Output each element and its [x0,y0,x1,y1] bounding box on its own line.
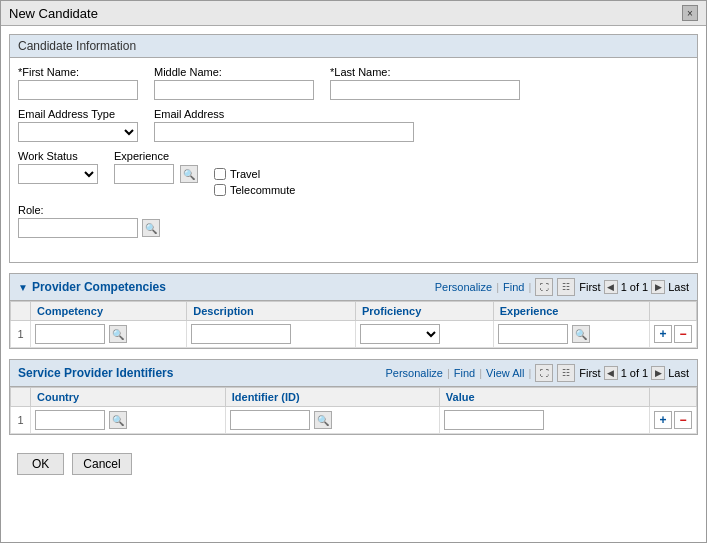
identifiers-first-label: First [579,367,600,379]
name-row: *First Name: Middle Name: *Last Name: [18,66,689,100]
identifier-remove-button[interactable]: − [674,411,692,429]
competency-input[interactable] [35,324,105,344]
proficiency-cell [355,321,493,348]
telecommute-label: Telecommute [230,184,295,196]
value-input[interactable] [444,410,544,430]
competency-cell: 🔍 [31,321,187,348]
competencies-page-num: 1 of 1 [621,281,649,293]
email-address-input[interactable] [154,122,414,142]
role-input[interactable] [18,218,138,238]
competencies-toolbar: Personalize | Find | ⛶ ☷ First ◀ 1 of 1 … [435,278,689,296]
identifiers-viewall-link[interactable]: View All [486,367,524,379]
close-button[interactable]: × [682,5,698,21]
role-search-icon[interactable]: 🔍 [142,219,160,237]
candidate-info-section: Candidate Information *First Name: Middl… [9,34,698,263]
competencies-title-group: ▼ Provider Competencies [18,280,166,294]
proficiency-select[interactable] [360,324,440,344]
col-description: Description [187,302,356,321]
country-search-icon[interactable]: 🔍 [109,411,127,429]
section-header: Candidate Information [10,35,697,58]
dialog-content: Candidate Information *First Name: Middl… [1,26,706,491]
identifiers-last-label: Last [668,367,689,379]
experience-comp-search-icon[interactable]: 🔍 [572,325,590,343]
identifiers-table-header: Country Identifier (ID) Value [11,388,697,407]
cancel-button[interactable]: Cancel [72,453,131,475]
competencies-find-link[interactable]: Find [503,281,524,293]
identifiers-find-link[interactable]: Find [454,367,475,379]
dialog-title: New Candidate [9,6,98,21]
competencies-last-label: Last [668,281,689,293]
competencies-first-label: First [579,281,600,293]
identifiers-prev-page[interactable]: ◀ [604,366,618,380]
email-type-dropdown-wrapper [18,122,138,142]
col-identifier: Identifier (ID) [225,388,439,407]
identifiers-section: Service Provider Identifiers Personalize… [9,359,698,435]
identifiers-title-group: Service Provider Identifiers [18,366,173,380]
description-input[interactable] [191,324,291,344]
last-name-input[interactable] [330,80,520,100]
identifiers-header: Service Provider Identifiers Personalize… [10,360,697,387]
ok-button[interactable]: OK [17,453,64,475]
competencies-row-1: 1 🔍 [11,321,697,348]
identifier-search-icon[interactable]: 🔍 [314,411,332,429]
identifiers-pagination: First ◀ 1 of 1 ▶ Last [579,366,689,380]
middle-name-input[interactable] [154,80,314,100]
competency-add-button[interactable]: + [654,325,672,343]
competencies-table-header: Competency Description Proficiency Exper… [11,302,697,321]
role-field: Role: 🔍 [18,204,689,246]
new-candidate-dialog: New Candidate × Candidate Information *F… [0,0,707,543]
experience-search-icon[interactable]: 🔍 [180,165,198,183]
first-name-input[interactable] [18,80,138,100]
competencies-next-page[interactable]: ▶ [651,280,665,294]
telecommute-checkbox-item: Telecommute [214,184,295,196]
collapse-arrow-icon[interactable]: ▼ [18,282,28,293]
country-input[interactable] [35,410,105,430]
work-status-select[interactable] [18,164,98,184]
competencies-prev-page[interactable]: ◀ [604,280,618,294]
identifiers-next-page[interactable]: ▶ [651,366,665,380]
identifiers-grid-icon[interactable]: ☷ [557,364,575,382]
first-name-label: *First Name: [18,66,138,78]
work-status-row: Work Status Experience 🔍 [18,150,689,196]
identifiers-toolbar: Personalize | Find | View All | ⛶ ☷ Firs… [385,364,689,382]
telecommute-checkbox[interactable] [214,184,226,196]
competencies-table: Competency Description Proficiency Exper… [10,301,697,348]
travel-checkbox[interactable] [214,168,226,180]
col-value: Value [439,388,649,407]
country-cell: 🔍 [31,407,226,434]
id-row-num-1: 1 [11,407,31,434]
dialog-title-bar: New Candidate × [1,1,706,26]
row-num-1: 1 [11,321,31,348]
email-type-label: Email Address Type [18,108,138,120]
competencies-header: ▼ Provider Competencies Personalize | Fi… [10,274,697,301]
experience-input-row: 🔍 [114,164,198,184]
section-body: *First Name: Middle Name: *Last Name: [10,58,697,262]
identifiers-export-icon[interactable]: ⛶ [535,364,553,382]
work-status-label: Work Status [18,150,98,162]
email-type-select[interactable] [18,122,138,142]
competency-remove-button[interactable]: − [674,325,692,343]
identifier-add-button[interactable]: + [654,411,672,429]
role-label: Role: [18,204,689,216]
work-status-field: Work Status [18,150,98,184]
competencies-grid-icon[interactable]: ☷ [557,278,575,296]
travel-checkbox-item: Travel [214,168,295,180]
competency-search-icon[interactable]: 🔍 [109,325,127,343]
experience-comp-input[interactable] [498,324,568,344]
competency-action-cell: + − [650,321,697,348]
experience-label: Experience [114,150,198,162]
middle-name-field: Middle Name: [154,66,314,100]
col-experience: Experience [493,302,649,321]
identifiers-page-num: 1 of 1 [621,367,649,379]
middle-name-label: Middle Name: [154,66,314,78]
experience-input[interactable] [114,164,174,184]
competencies-personalize-link[interactable]: Personalize [435,281,492,293]
last-name-label: *Last Name: [330,66,520,78]
identifiers-personalize-link[interactable]: Personalize [385,367,442,379]
identifiers-title: Service Provider Identifiers [18,366,173,380]
experience-comp-cell: 🔍 [493,321,649,348]
checkbox-group: Travel Telecommute [214,168,295,196]
competencies-section: ▼ Provider Competencies Personalize | Fi… [9,273,698,349]
competencies-export-icon[interactable]: ⛶ [535,278,553,296]
identifier-input[interactable] [230,410,310,430]
